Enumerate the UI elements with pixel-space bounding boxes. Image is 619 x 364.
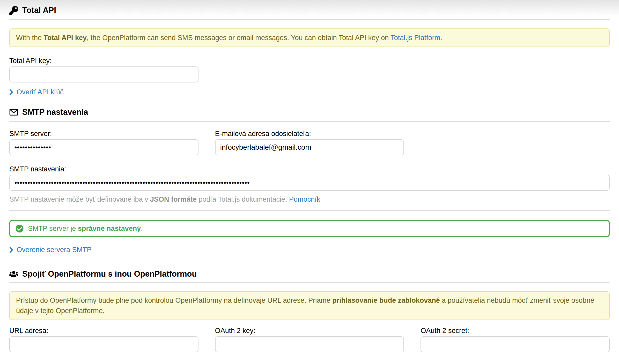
check-circle-icon — [16, 225, 24, 233]
section-title-text: Total API — [22, 5, 56, 16]
verify-api-key-link[interactable]: Overiť API kľúč — [9, 89, 64, 96]
banner-text: With the — [16, 34, 44, 42]
total-api-key-label: Total API key: — [9, 57, 198, 64]
banner-text: . — [440, 34, 442, 42]
verify-api-key-label: Overiť API kľúč — [17, 89, 64, 96]
verify-smtp-server-link[interactable]: Overenie servera SMTP — [9, 246, 92, 253]
verify-smtp-server-label: Overenie servera SMTP — [17, 246, 92, 253]
success-text-bold: správne nastavený — [78, 225, 141, 232]
section-title-text: Spojiť OpenPlatformu s inou OpenPlatform… — [22, 269, 197, 279]
users-icon — [9, 270, 18, 278]
help-text-bold: JSON formáte — [150, 195, 197, 203]
section-title-smtp: SMTP nastavenia — [9, 107, 610, 117]
success-text: SMTP server je správne nastavený. — [28, 225, 143, 233]
help-link[interactable]: Pomocník — [289, 195, 320, 203]
chevron-right-icon — [9, 247, 13, 253]
oauth2-key-input[interactable] — [215, 336, 404, 352]
divider — [9, 282, 610, 283]
smtp-success-banner: SMTP server je správne nastavený. — [9, 220, 610, 237]
url-address-input[interactable] — [9, 336, 198, 352]
url-address-field: URL adresa: — [9, 327, 198, 352]
sender-email-input[interactable] — [215, 139, 404, 155]
sender-email-field: E-mailová adresa odosielateľa: — [215, 130, 404, 155]
smtp-settings-input[interactable] — [9, 175, 610, 191]
envelope-icon — [9, 108, 18, 117]
smtp-server-field: SMTP server: — [9, 130, 198, 155]
divider — [9, 19, 610, 20]
banner-text-bold: Total API key — [44, 34, 87, 42]
total-api-key-field: Total API key: — [9, 57, 198, 82]
oauth2-key-field: OAuth 2 key: — [215, 327, 404, 352]
help-text: podľa Total.js dokumentácie. — [197, 195, 289, 203]
smtp-server-label: SMTP server: — [9, 130, 198, 137]
chevron-right-icon — [9, 89, 13, 95]
connect-info-banner: Prístup do OpenPlatformy bude plne pod k… — [9, 291, 610, 320]
total-api-key-input[interactable] — [9, 66, 198, 82]
success-text-part: . — [141, 225, 143, 232]
success-text-part: SMTP server je — [28, 225, 78, 232]
oauth2-secret-label: OAuth 2 secret: — [421, 327, 610, 334]
url-address-label: URL adresa: — [9, 327, 198, 334]
section-title-connect-openplatform: Spojiť OpenPlatformu s inou OpenPlatform… — [9, 269, 610, 279]
section-title-text: SMTP nastavenia — [22, 107, 88, 117]
help-text: SMTP nastavenie môže byť definované iba … — [9, 195, 150, 203]
api-info-banner: With the Total API key, the OpenPlatform… — [9, 28, 610, 47]
sender-email-label: E-mailová adresa odosielateľa: — [215, 130, 404, 137]
divider — [9, 210, 610, 211]
divider — [9, 121, 610, 122]
totaljs-platform-link[interactable]: Total.js Platform — [390, 34, 440, 42]
banner-text: , the OpenPlatform can send SMS messages… — [87, 34, 390, 42]
oauth2-secret-field: OAuth 2 secret: — [421, 327, 610, 352]
key-icon — [9, 6, 18, 15]
connect-fields-row: URL adresa: OAuth 2 key: OAuth 2 secret: — [9, 327, 610, 352]
oauth2-secret-input[interactable] — [421, 336, 610, 352]
banner-text-bold: prihlasovanie bude zablokované — [332, 297, 440, 304]
smtp-help-text: SMTP nastavenie môže byť definované iba … — [9, 196, 610, 203]
smtp-server-input[interactable] — [9, 139, 198, 155]
banner-text: Prístup do OpenPlatformy bude plne pod k… — [16, 297, 332, 304]
smtp-settings-label: SMTP nastavenia: — [9, 166, 610, 173]
oauth2-key-label: OAuth 2 key: — [215, 327, 404, 334]
empty-cell — [421, 130, 610, 155]
section-title-total-api: Total API — [9, 0, 610, 16]
settings-page: Total API With the Total API key, the Op… — [0, 0, 619, 352]
smtp-fields-row: SMTP server: E-mailová adresa odosielate… — [9, 130, 610, 155]
smtp-settings-field: SMTP nastavenia: — [9, 166, 610, 191]
